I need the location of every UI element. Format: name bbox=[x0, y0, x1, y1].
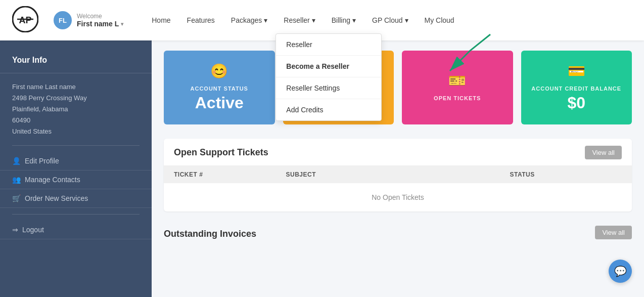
card-status-value: Active bbox=[195, 94, 244, 112]
nav-billing[interactable]: Billing ▾ bbox=[324, 11, 364, 29]
view-all-tickets-button[interactable]: View all bbox=[585, 146, 622, 159]
chevron-down-icon: ▾ bbox=[405, 16, 408, 24]
sidebar-divider bbox=[12, 145, 140, 146]
header: AP FL Welcome First name L ▾ Home Featur… bbox=[0, 0, 644, 40]
sidebar-address1: 2498 Perry Crossing Way bbox=[12, 93, 140, 104]
card-account-status: 😊 ACCOUNT STATUS Active bbox=[164, 51, 275, 124]
outstanding-invoices-section: Outstanding Invoices View all bbox=[164, 222, 632, 243]
svg-text:AP: AP bbox=[19, 15, 31, 25]
nav-gpcloud[interactable]: GP Cloud ▾ bbox=[364, 11, 416, 29]
reseller-dropdown: Reseller Become a Reseller Reseller Sett… bbox=[275, 33, 382, 121]
support-tickets-title: Open Support Tickets bbox=[174, 147, 268, 158]
chevron-down-icon: ▾ bbox=[352, 16, 356, 24]
sidebar-country: United States bbox=[12, 126, 140, 137]
dropdown-reseller[interactable]: Reseller bbox=[276, 34, 381, 56]
col-ticket-num: TICKET # bbox=[174, 171, 286, 178]
user-area[interactable]: FL Welcome First name L ▾ bbox=[54, 11, 123, 29]
chevron-down-icon: ▾ bbox=[264, 16, 267, 24]
sidebar-zip: 60490 bbox=[12, 115, 140, 126]
card-credit-label: ACCOUNT CREDIT BALANCE bbox=[531, 86, 621, 92]
nav-packages[interactable]: Packages ▾ bbox=[223, 11, 275, 29]
support-tickets-header: Open Support Tickets View all bbox=[164, 139, 632, 166]
nav-mycloud[interactable]: My Cloud bbox=[417, 11, 463, 29]
chat-bubble[interactable]: 💬 bbox=[609, 260, 632, 283]
card-open-tickets: 🎫 OPEN TICKETS bbox=[402, 51, 513, 124]
dashboard-cards: 😊 ACCOUNT STATUS Active 📦 TOTAL PACKAGES… bbox=[164, 51, 632, 124]
sidebar-address2: Plainfield, Alabama bbox=[12, 104, 140, 115]
tickets-table-header: TICKET # SUBJECT STATUS bbox=[164, 166, 632, 183]
contacts-icon: 👥 bbox=[12, 176, 21, 184]
card-credit-value: $0 bbox=[567, 94, 585, 112]
cart-icon: 🛒 bbox=[12, 194, 21, 202]
smiley-icon: 😊 bbox=[210, 63, 228, 79]
card-credit-balance: 💳 ACCOUNT CREDIT BALANCE $0 bbox=[521, 51, 632, 124]
nav-reseller[interactable]: Reseller ▾ Reseller Become a Reseller Re… bbox=[275, 11, 323, 29]
chevron-down-icon: ▾ bbox=[121, 21, 123, 27]
sidebar-divider-2 bbox=[12, 214, 140, 215]
sidebar-name: First name Last name bbox=[12, 81, 140, 93]
sidebar-edit-profile[interactable]: 👤 Edit Profile bbox=[0, 152, 152, 171]
main-nav: Home Features Packages ▾ Reseller ▾ Rese… bbox=[144, 11, 632, 29]
view-all-invoices-button[interactable]: View all bbox=[595, 226, 632, 239]
dropdown-become-reseller[interactable]: Become a Reseller bbox=[276, 56, 381, 77]
welcome-name: First name L ▾ bbox=[77, 20, 123, 28]
sidebar-logout[interactable]: ⇒ Logout bbox=[0, 221, 152, 239]
sidebar-manage-contacts[interactable]: 👥 Manage Contacts bbox=[0, 171, 152, 189]
tickets-icon: 🎫 bbox=[448, 72, 466, 89]
nav-home[interactable]: Home bbox=[144, 11, 178, 29]
tickets-empty-message: No Open Tickets bbox=[164, 183, 632, 211]
card-tickets-label: OPEN TICKETS bbox=[434, 95, 481, 101]
support-tickets-section: Open Support Tickets View all TICKET # S… bbox=[164, 139, 632, 211]
welcome-label: Welcome bbox=[77, 13, 123, 20]
sidebar-title: Your Info bbox=[0, 51, 152, 73]
welcome-text: Welcome First name L ▾ bbox=[77, 13, 123, 28]
col-status: STATUS bbox=[510, 171, 622, 178]
logo[interactable]: AP bbox=[12, 6, 54, 34]
chevron-down-icon: ▾ bbox=[312, 16, 315, 24]
main-content: 😊 ACCOUNT STATUS Active 📦 TOTAL PACKAGES… bbox=[152, 40, 644, 297]
dropdown-add-credits[interactable]: Add Credits bbox=[276, 99, 381, 120]
sidebar-order-services[interactable]: 🛒 Order New Services bbox=[0, 189, 152, 208]
dropdown-reseller-settings[interactable]: Reseller Settings bbox=[276, 77, 381, 99]
outstanding-title: Outstanding Invoices bbox=[164, 222, 256, 243]
wallet-icon: 💳 bbox=[568, 63, 585, 79]
nav-features[interactable]: Features bbox=[179, 11, 223, 29]
avatar: FL bbox=[54, 11, 72, 29]
sidebar: Your Info First name Last name 2498 Perr… bbox=[0, 40, 152, 297]
user-icon: 👤 bbox=[12, 157, 21, 165]
col-subject: SUBJECT bbox=[286, 171, 510, 178]
chat-icon: 💬 bbox=[614, 265, 627, 277]
logout-icon: ⇒ bbox=[12, 226, 18, 234]
sidebar-info: First name Last name 2498 Perry Crossing… bbox=[0, 81, 152, 137]
card-status-label: ACCOUNT STATUS bbox=[191, 86, 248, 92]
